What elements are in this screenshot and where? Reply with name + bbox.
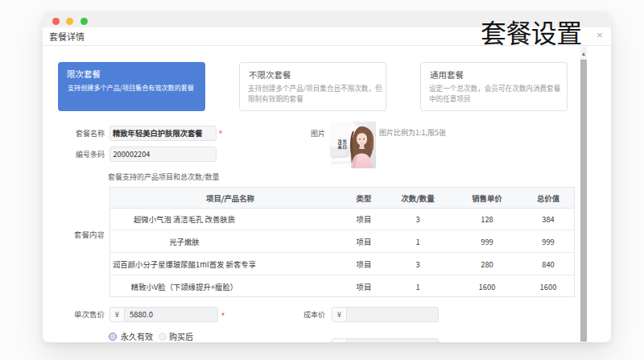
- svg-text:美白: 美白: [338, 143, 348, 150]
